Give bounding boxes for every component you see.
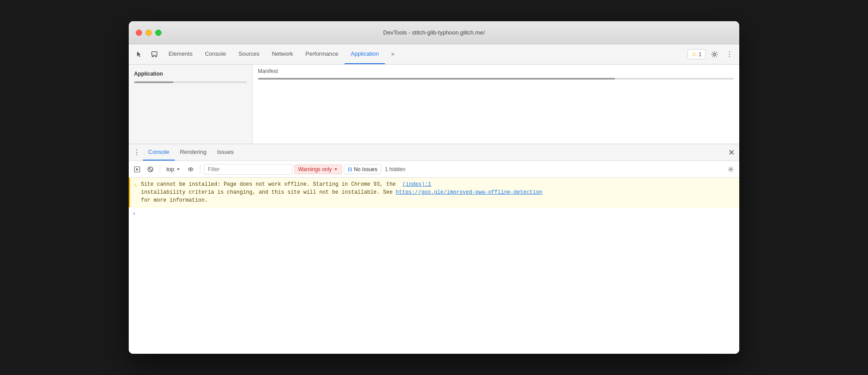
- traffic-lights: [136, 30, 161, 36]
- close-button[interactable]: [136, 30, 142, 36]
- cursor-icon-button[interactable]: [132, 47, 146, 61]
- cursor-icon: [136, 51, 143, 58]
- tab-console[interactable]: Console: [199, 44, 232, 64]
- chevron-down-icon: [176, 167, 181, 172]
- console-gear-icon: [728, 166, 734, 172]
- drawer-tab-issues[interactable]: Issues: [212, 144, 239, 161]
- warning-line2: installability criteria is changing, and…: [141, 189, 392, 195]
- hidden-count: 1 hidden: [385, 166, 405, 172]
- console-toolbar: top Warnings only: [129, 161, 739, 178]
- warning-line3: for more information.: [141, 197, 207, 203]
- console-settings-button[interactable]: [725, 164, 737, 175]
- warning-triangle-icon: ⚠: [134, 181, 137, 188]
- content-progress: [258, 78, 734, 80]
- settings-button[interactable]: [708, 48, 721, 61]
- filter-input[interactable]: [204, 164, 292, 175]
- drawer-tab-rendering[interactable]: Rendering: [175, 144, 212, 161]
- svg-line-7: [149, 168, 152, 171]
- toolbar-tabs: Elements Console Sources Network Perform…: [162, 44, 687, 64]
- content-area: Manifest: [253, 65, 739, 144]
- more-options-button[interactable]: ⋮: [723, 48, 736, 61]
- context-selector[interactable]: top: [164, 165, 183, 173]
- maximize-button[interactable]: [155, 30, 161, 36]
- warning-text: Site cannot be installed: Page does not …: [141, 180, 736, 204]
- tab-elements[interactable]: Elements: [162, 44, 199, 64]
- console-prompt-row: ›: [129, 207, 739, 220]
- tab-sources[interactable]: Sources: [232, 44, 266, 64]
- warnings-dropdown[interactable]: Warnings only: [294, 165, 342, 174]
- block-button[interactable]: [145, 164, 156, 175]
- no-issues-label: No Issues: [354, 166, 377, 172]
- window-title: DevTools - stitch-glib-typhoon.glitch.me…: [383, 29, 485, 36]
- no-issues-button[interactable]: ⊟ No Issues: [344, 165, 381, 174]
- warnings-label: Warnings only: [298, 166, 332, 172]
- content-progress-bar: [258, 78, 615, 80]
- inspect-icon: [151, 51, 158, 58]
- minimize-button[interactable]: [146, 30, 152, 36]
- warning-line1: Site cannot be installed: Page does not …: [141, 181, 396, 188]
- toolbar-divider-2: [200, 165, 200, 174]
- drawer-more-button[interactable]: ⋮: [131, 146, 143, 159]
- drawer-close-button[interactable]: ✕: [725, 146, 737, 159]
- execute-button[interactable]: [131, 164, 143, 175]
- context-label: top: [166, 166, 174, 172]
- main-area: Application Manifest: [129, 65, 739, 144]
- tab-network[interactable]: Network: [266, 44, 300, 64]
- tab-application[interactable]: Application: [345, 44, 385, 64]
- no-issues-icon: ⊟: [348, 166, 352, 172]
- svg-point-3: [714, 53, 716, 55]
- warning-badge[interactable]: ⚠ 1: [687, 49, 706, 59]
- prompt-chevron-icon: ›: [132, 210, 136, 217]
- sidebar-progress: [134, 81, 247, 83]
- svg-marker-8: [177, 168, 180, 170]
- svg-rect-1: [152, 56, 154, 57]
- eye-button[interactable]: [185, 164, 196, 175]
- toolbar-divider: [160, 165, 160, 174]
- sidebar: Application: [129, 65, 253, 144]
- warning-pwa-link[interactable]: https://goo.gle/improved-pwa-offline-det…: [396, 189, 542, 195]
- console-output: ⚠ Site cannot be installed: Page does no…: [129, 178, 739, 354]
- warning-count: 1: [699, 51, 702, 57]
- main-toolbar: Elements Console Sources Network Perform…: [129, 44, 739, 65]
- warning-file-link[interactable]: (index):1: [403, 181, 431, 188]
- drawer-tabs-bar: ⋮ Console Rendering Issues ✕: [129, 144, 739, 161]
- eye-icon: [188, 166, 194, 172]
- svg-rect-2: [155, 56, 157, 57]
- console-drawer: ⋮ Console Rendering Issues ✕: [129, 144, 739, 354]
- content-header: Manifest: [258, 68, 734, 74]
- svg-point-12: [730, 168, 732, 170]
- warning-triangle-icon: ⚠: [691, 51, 697, 57]
- inspect-icon-button[interactable]: [147, 47, 161, 61]
- execute-icon: [134, 166, 140, 172]
- more-tabs-button[interactable]: »: [385, 44, 400, 64]
- gear-icon: [711, 51, 718, 58]
- sidebar-progress-bar: [134, 81, 173, 83]
- block-icon: [147, 166, 154, 172]
- toolbar-right: ⚠ 1 ⋮: [687, 48, 736, 61]
- svg-point-10: [190, 168, 192, 170]
- dropdown-chevron-icon: [334, 167, 338, 172]
- drawer-tab-console[interactable]: Console: [143, 144, 175, 161]
- title-bar: DevTools - stitch-glib-typhoon.glitch.me…: [129, 21, 739, 44]
- tab-performance[interactable]: Performance: [299, 44, 344, 64]
- svg-rect-0: [152, 52, 157, 55]
- sidebar-header: Application: [129, 68, 252, 80]
- svg-marker-5: [136, 168, 138, 171]
- svg-marker-11: [334, 168, 337, 170]
- console-warning-row: ⚠ Site cannot be installed: Page does no…: [129, 178, 739, 207]
